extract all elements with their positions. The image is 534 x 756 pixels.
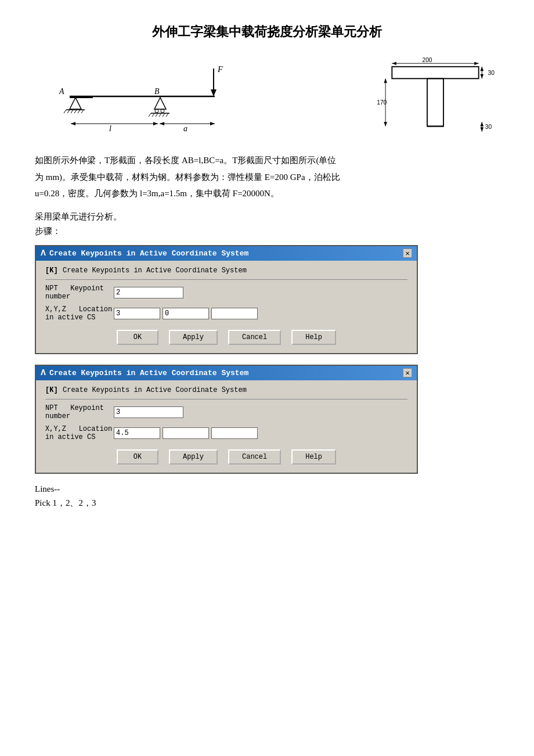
analysis-note: 采用梁单元进行分析。	[35, 211, 499, 222]
svg-text:200: 200	[422, 57, 432, 63]
svg-text:170: 170	[377, 99, 387, 106]
dialog1-npt-input-group	[114, 287, 183, 298]
description: 如图所示外伸梁，T形截面，各段长度 AB=l,BC=a。T形截面尺寸如图所示(单…	[35, 152, 499, 202]
dialog1-z-input[interactable]	[211, 308, 258, 319]
svg-point-17	[161, 109, 164, 113]
svg-line-10	[71, 110, 73, 113]
dialog2-close-button[interactable]: ✕	[403, 368, 412, 377]
svg-text:F: F	[217, 64, 223, 74]
dialog1-desc-text: Create Keypoints in Active Coordinate Sy…	[63, 267, 407, 275]
dialog1-help-button[interactable]: Help	[291, 330, 336, 345]
dialog1-xyz-label: X,Y,Z Location in active CS	[45, 305, 109, 322]
dialog1-titlebar: Λ Create Keypoints in Active Coordinate …	[36, 246, 417, 261]
svg-marker-46	[480, 122, 484, 126]
page-title: 外伸工字梁集中载荷挠度分析梁单元分析	[35, 23, 499, 41]
svg-marker-6	[70, 98, 81, 109]
svg-line-22	[159, 113, 161, 117]
dialog1-cancel-button[interactable]: Cancel	[228, 330, 281, 345]
dialog2-xyz-row: X,Y,Z Location in active CS	[45, 425, 407, 441]
dialog2-titlebar: Λ Create Keypoints in Active Coordinate …	[36, 366, 417, 380]
svg-line-11	[74, 110, 77, 113]
dialog1-k-label: [K]	[45, 267, 63, 275]
dialog1-npt-input[interactable]	[114, 287, 183, 298]
dialog2-npt-input[interactable]	[114, 406, 183, 418]
dialog1-apply-button[interactable]: Apply	[169, 330, 218, 345]
svg-text:a: a	[183, 124, 187, 133]
dialog2-x-input[interactable]	[114, 427, 160, 439]
dialog1-x-input[interactable]	[114, 308, 160, 319]
svg-marker-35	[474, 62, 478, 65]
pick-note: Pick 1，2、2，3	[35, 498, 499, 509]
svg-marker-31	[210, 122, 215, 125]
svg-marker-39	[480, 74, 484, 78]
dialog1-close-button[interactable]: ✕	[403, 249, 412, 258]
dialog2-npt-row: NPT Keypoint number	[45, 404, 407, 420]
svg-line-20	[152, 113, 154, 117]
dialog2-body: [K] Create Keypoints in Active Coordinat…	[36, 380, 417, 473]
svg-line-21	[156, 113, 158, 117]
svg-marker-42	[384, 78, 387, 82]
dialog2-npt-label: NPT Keypoint number	[45, 404, 109, 420]
svg-rect-49	[392, 67, 478, 79]
svg-marker-3	[211, 89, 217, 96]
dialog2-ok-button[interactable]: OK	[117, 449, 158, 465]
svg-line-9	[67, 110, 70, 113]
svg-marker-47	[480, 127, 484, 131]
svg-text:30: 30	[488, 70, 495, 76]
dialog1-xyz-input-group	[114, 308, 258, 319]
dialog2-k-label: [K]	[45, 386, 63, 394]
cross-section-diagram: 200 30 170 30	[371, 57, 499, 138]
svg-text:30: 30	[485, 124, 492, 130]
dialog2-npt-input-group	[114, 406, 183, 418]
dialog2-title: Create Keypoints in Active Coordinate Sy…	[49, 369, 248, 377]
dialog2-xyz-label: X,Y,Z Location in active CS	[45, 425, 109, 441]
dialog2-xyz-input-group	[114, 427, 258, 439]
dialog2-apply-button[interactable]: Apply	[169, 449, 218, 465]
diagram-area: F A B l a	[35, 57, 499, 138]
dialog2-y-input[interactable]	[163, 427, 209, 439]
dialog1-y-input[interactable]	[163, 308, 209, 319]
svg-line-12	[78, 110, 80, 113]
dialog1-xyz-row: X,Y,Z Location in active CS	[45, 305, 407, 322]
svg-point-16	[155, 109, 158, 113]
svg-line-24	[166, 113, 168, 117]
dialog1-body: [K] Create Keypoints in Active Coordinat…	[36, 261, 417, 353]
dialog2-help-button[interactable]: Help	[291, 449, 336, 465]
dialog1-logo: Λ	[41, 249, 46, 258]
dialog1-buttons: OK Apply Cancel Help	[45, 330, 407, 345]
dialog2-z-input[interactable]	[211, 427, 258, 439]
svg-line-8	[64, 110, 66, 113]
svg-line-13	[81, 110, 84, 113]
svg-marker-27	[153, 122, 158, 125]
dialog2-buttons: OK Apply Cancel Help	[45, 449, 407, 465]
dialog2-desc-text: Create Keypoints in Active Coordinate Sy…	[63, 386, 407, 394]
svg-marker-38	[480, 67, 484, 71]
dialog2-logo: Λ	[41, 368, 46, 378]
steps-label: 步骤：	[35, 226, 499, 237]
svg-marker-26	[71, 122, 75, 125]
dialog2-cancel-button[interactable]: Cancel	[228, 449, 281, 465]
beam-diagram: F A B l a	[35, 57, 255, 138]
lines-note: Lines--	[35, 484, 499, 494]
dialog2-desc-row: [K] Create Keypoints in Active Coordinat…	[45, 386, 407, 394]
svg-line-23	[163, 113, 165, 117]
svg-text:B: B	[154, 87, 160, 96]
svg-text:l: l	[109, 124, 111, 133]
dialog1-ok-button[interactable]: OK	[117, 330, 158, 345]
dialog1-title: Create Keypoints in Active Coordinate Sy…	[49, 249, 248, 258]
svg-marker-30	[160, 122, 164, 125]
svg-rect-50	[427, 78, 443, 126]
dialog1: Λ Create Keypoints in Active Coordinate …	[35, 245, 418, 354]
svg-text:A: A	[59, 87, 64, 96]
dialog2: Λ Create Keypoints in Active Coordinate …	[35, 365, 418, 474]
svg-marker-34	[392, 62, 396, 65]
dialog1-npt-label: NPT Keypoint number	[45, 285, 109, 301]
svg-marker-15	[154, 98, 166, 109]
dialog1-npt-row: NPT Keypoint number	[45, 285, 407, 301]
svg-line-19	[149, 113, 151, 117]
svg-marker-43	[384, 122, 387, 126]
dialog1-desc-row: [K] Create Keypoints in Active Coordinat…	[45, 267, 407, 275]
